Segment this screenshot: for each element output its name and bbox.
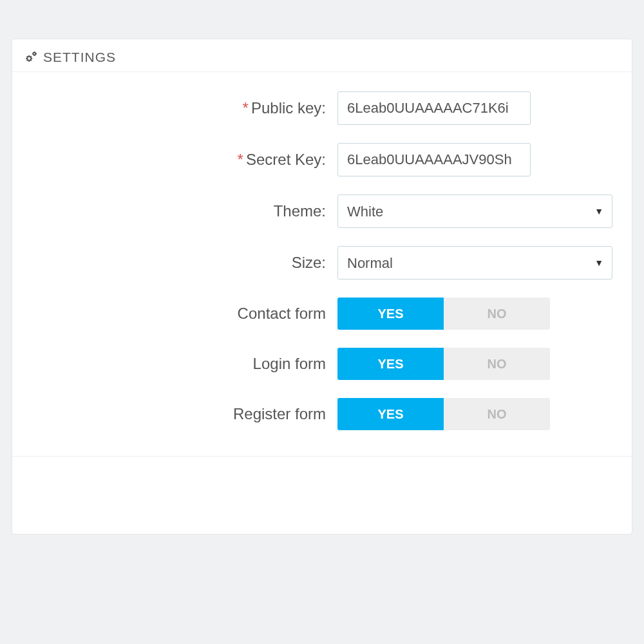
label-public-key: *Public key: <box>32 99 337 117</box>
required-star: * <box>238 151 243 168</box>
register-form-toggle: YES NO <box>337 398 550 430</box>
theme-select[interactable]: White <box>337 194 612 228</box>
size-select[interactable]: Normal <box>337 246 612 279</box>
required-star: * <box>243 99 249 117</box>
label-login-form: Login form <box>32 355 337 373</box>
contact-form-toggle: YES NO <box>337 298 550 330</box>
toggle-yes[interactable]: YES <box>337 298 444 330</box>
label-size: Size: <box>32 254 337 272</box>
toggle-no[interactable]: NO <box>444 298 550 330</box>
svg-line-6 <box>30 60 31 61</box>
label-register-form: Register form <box>32 405 337 423</box>
toggle-yes[interactable]: YES <box>337 348 444 380</box>
public-key-input[interactable] <box>337 91 531 125</box>
label-secret-key: *Secret Key: <box>32 151 337 169</box>
row-login-form: Login form YES NO <box>32 348 612 380</box>
svg-line-7 <box>27 60 28 61</box>
panel-body: *Public key: *Secret Key: Theme: <box>12 72 632 457</box>
svg-point-9 <box>33 52 35 55</box>
panel-title: SETTINGS <box>43 50 116 65</box>
row-secret-key: *Secret Key: <box>32 143 612 176</box>
row-public-key: *Public key: <box>32 91 612 125</box>
login-form-toggle: YES NO <box>337 348 550 380</box>
toggle-no[interactable]: NO <box>444 348 550 380</box>
svg-line-5 <box>27 56 28 57</box>
row-size: Size: Normal ▼ <box>32 246 612 279</box>
row-register-form: Register form YES NO <box>32 398 612 430</box>
row-contact-form: Contact form YES NO <box>32 298 612 330</box>
panel-footer <box>12 457 632 534</box>
panel-heading: SETTINGS <box>12 39 632 72</box>
cogs-icon <box>24 50 38 64</box>
secret-key-input[interactable] <box>337 143 531 176</box>
label-contact-form: Contact form <box>32 305 337 323</box>
toggle-no[interactable]: NO <box>444 398 550 430</box>
row-theme: Theme: White ▼ <box>32 194 612 228</box>
label-theme: Theme: <box>32 202 337 220</box>
settings-panel: SETTINGS *Public key: *Secret Key: <box>12 39 632 535</box>
toggle-yes[interactable]: YES <box>337 398 444 430</box>
svg-line-8 <box>30 56 31 57</box>
